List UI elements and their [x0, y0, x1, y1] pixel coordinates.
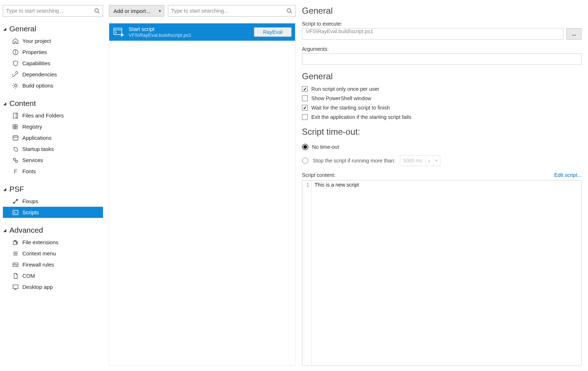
script-to-execute-label: Script to execute: [302, 21, 582, 27]
browse-button[interactable]: ... [566, 28, 582, 40]
edit-script-link[interactable]: Edit script... [554, 172, 582, 178]
spinner-up-icon[interactable]: ▲ [426, 156, 433, 166]
svg-rect-18 [13, 210, 18, 215]
right-panel: General Script to execute: VFS\RayEval.b… [298, 0, 588, 371]
sidebar-item-file-extensions[interactable]: File extensions [3, 237, 103, 248]
script-content-box[interactable]: 1 This is a new script [302, 180, 582, 366]
gear-icon [12, 82, 19, 89]
sidebar-item-capabilities[interactable]: Capabilities [3, 58, 103, 69]
svg-rect-35 [114, 28, 122, 35]
search-icon [286, 8, 292, 14]
sidebar-item-applications[interactable]: Applications [3, 132, 103, 143]
desktop-icon [12, 284, 19, 290]
svg-line-5 [15, 73, 17, 75]
sidebar-item-dependencies[interactable]: Dependencies [3, 69, 103, 80]
apps-icon [12, 135, 19, 141]
checkbox-exit-on-fail[interactable]: Exit the application if the starting scr… [302, 112, 582, 122]
checkbox-icon [302, 105, 308, 111]
sidebar-item-your-project[interactable]: Your project [3, 35, 103, 46]
sidebar-item-fixups[interactable]: Fixups [3, 196, 103, 207]
sidebar-item-services[interactable]: Services [3, 155, 103, 166]
add-import-button[interactable]: Add or import... ▾ [109, 5, 164, 17]
svg-point-15 [15, 160, 18, 162]
svg-rect-7 [13, 113, 16, 118]
puzzle-icon [12, 239, 19, 246]
checkbox-icon [302, 114, 308, 120]
code-line: This is a new script [312, 180, 581, 366]
wrench-icon [12, 198, 19, 205]
sidebar-item-com[interactable]: COM [3, 270, 103, 281]
chevron-down-icon: ◢ [3, 228, 6, 233]
sidebar-item-registry[interactable]: Registry [3, 121, 103, 132]
font-icon: F [12, 168, 19, 175]
section-general[interactable]: ◢ General [3, 22, 103, 35]
svg-marker-37 [121, 33, 124, 37]
chevron-down-icon: ◢ [3, 27, 6, 31]
sidebar-item-startup-tasks[interactable]: Startup tasks [3, 143, 103, 155]
sidebar-item-build-options[interactable]: Build options [3, 80, 103, 91]
registry-icon [12, 124, 19, 130]
script-path: VFS\RayEval.build\script.ps1 [129, 32, 250, 38]
script-title: Start script [129, 26, 155, 32]
heading-general-2: General [302, 71, 582, 81]
chevron-down-icon: ◢ [3, 101, 6, 106]
svg-rect-30 [13, 285, 18, 289]
menu-icon [12, 250, 19, 257]
script-row[interactable]: Start script VFS\RayEval.build\script.ps… [109, 23, 295, 41]
sidebar-item-files-folders[interactable]: Files and Folders [3, 110, 103, 121]
section-psf[interactable]: ◢ PSF [3, 183, 103, 196]
sidebar-item-context-menu[interactable]: Context menu [3, 248, 103, 259]
heading-general: General [302, 6, 582, 16]
sidebar-item-scripts[interactable]: Scripts [3, 207, 103, 218]
radio-stop-after[interactable]: Stop the script if running more than: 50… [302, 155, 582, 166]
arguments-label: Arguments: [302, 46, 582, 52]
sidebar-item-fonts[interactable]: F Fonts [3, 166, 103, 177]
arguments-input[interactable] [302, 53, 582, 65]
checkbox-run-once[interactable]: Run script only once per user [302, 84, 582, 94]
checkbox-wait-finish[interactable]: Wait for the starting script to finish [302, 103, 582, 112]
script-app-badge[interactable]: RayEval [254, 27, 291, 37]
section-content[interactable]: ◢ Content [3, 97, 103, 110]
svg-point-14 [13, 158, 15, 160]
middle-search-input[interactable]: Type to start searching... [168, 5, 295, 17]
script-to-execute-input[interactable]: VFS\RayEval.build\script.ps1 [302, 28, 564, 40]
middle-column: Add or import... ▾ Type to start searchi… [107, 0, 298, 371]
checkbox-show-powershell[interactable]: Show PowerShell window [302, 94, 582, 103]
sidebar: Type to start searching... ◢ General You… [0, 0, 107, 371]
script-list: Start script VFS\RayEval.build\script.ps… [109, 23, 295, 366]
chevron-down-icon: ▾ [159, 9, 161, 13]
shield-icon [12, 60, 19, 67]
info-icon [12, 49, 19, 55]
script-start-icon [113, 27, 124, 37]
sidebar-search-input[interactable]: Type to start searching... [3, 5, 103, 17]
svg-line-1 [98, 12, 99, 13]
svg-rect-10 [15, 125, 17, 126]
svg-rect-12 [13, 136, 18, 140]
timeout-spinner[interactable]: 5000 ms ▲ ▼ [400, 155, 440, 166]
heading-timeout: Script time-out: [302, 127, 582, 137]
spinner-down-icon[interactable]: ▼ [433, 156, 440, 166]
svg-rect-9 [13, 127, 15, 129]
svg-line-34 [290, 12, 292, 13]
checkbox-icon [302, 86, 308, 92]
script-content-label: Script content: [302, 172, 335, 178]
sidebar-item-firewall-rules[interactable]: Firewall rules [3, 259, 103, 270]
home-icon [12, 38, 19, 44]
sidebar-item-desktop-app[interactable]: Desktop app [3, 281, 103, 292]
radio-icon [302, 144, 308, 150]
folder-icon [12, 112, 19, 119]
document-icon [12, 273, 19, 279]
script-icon [12, 209, 19, 216]
line-number: 1 [302, 180, 312, 366]
section-advanced[interactable]: ◢ Advanced [3, 224, 103, 237]
checkbox-icon [302, 95, 308, 101]
radio-no-timeout[interactable]: No time-out [302, 141, 582, 153]
sidebar-item-properties[interactable]: Properties [3, 46, 103, 58]
rocket-icon [12, 146, 19, 152]
svg-point-6 [14, 85, 17, 87]
svg-rect-8 [13, 125, 15, 126]
svg-point-4 [15, 51, 16, 51]
radio-icon [302, 157, 308, 164]
firewall-icon [12, 262, 19, 268]
svg-point-33 [287, 9, 291, 12]
